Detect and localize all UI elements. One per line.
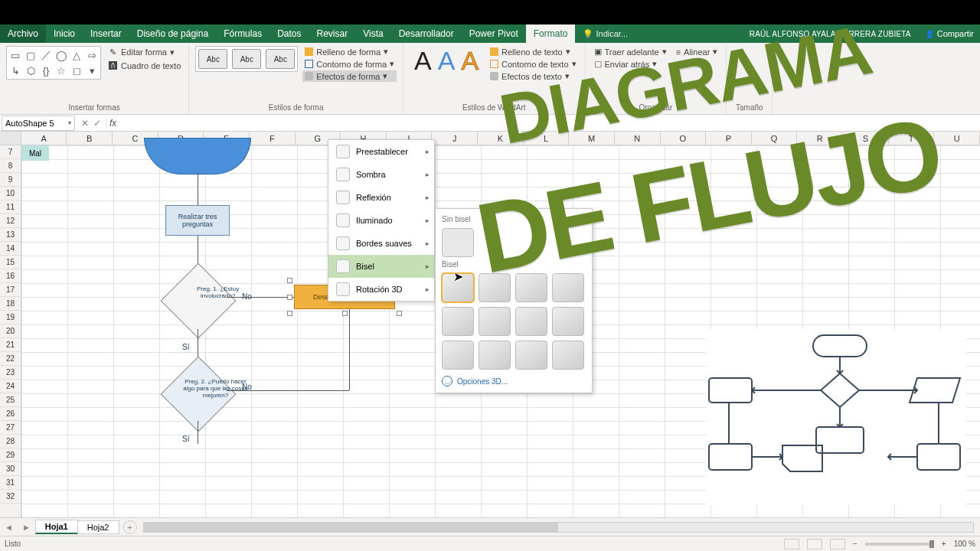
resize-handle[interactable] (342, 311, 348, 316)
wordart-sample-1[interactable]: A (414, 46, 432, 76)
enter-formula-icon[interactable]: ✓ (93, 118, 101, 129)
resize-handle[interactable] (397, 311, 402, 316)
row-header[interactable]: 23 (0, 366, 21, 380)
shape-rect-icon[interactable]: ▭ (8, 48, 22, 62)
row-header[interactable]: 19 (0, 311, 21, 324)
effects-bevel[interactable]: Bisel▸ (328, 255, 434, 278)
tab-datos[interactable]: Datos (270, 24, 309, 43)
flow-decision-2[interactable]: Preg. 2. ¿Puedo hacer algo para que las … (172, 367, 225, 421)
tab-vista[interactable]: Vista (355, 24, 390, 43)
tab-powerpivot[interactable]: Power Pivot (462, 24, 526, 43)
tab-formulas[interactable]: Fórmulas (216, 24, 270, 43)
select-all-corner[interactable] (0, 132, 21, 145)
row-header[interactable]: 16 (0, 269, 21, 283)
tab-file[interactable]: Archivo (0, 24, 46, 43)
row-header[interactable]: 15 (0, 256, 21, 269)
effects-3d-rotation[interactable]: Rotación 3D▸ (328, 278, 434, 301)
wordart-sample-3[interactable]: A (461, 46, 479, 76)
account-user-name[interactable]: RAÚL ALFONSO AYALA HERRERA ZUBIETA (742, 30, 919, 38)
row-header[interactable]: 17 (0, 283, 21, 297)
row-header[interactable]: 12 (0, 214, 21, 228)
view-page-layout-button[interactable] (807, 539, 822, 549)
row-header[interactable]: 21 (0, 338, 21, 352)
column-header[interactable]: R (797, 132, 843, 145)
row-header[interactable]: 22 (0, 352, 21, 366)
row-header[interactable]: 14 (0, 242, 21, 256)
column-header[interactable]: T (889, 132, 935, 145)
row-header[interactable]: 18 (0, 297, 21, 311)
flow-decision-1[interactable]: Preg. 1. ¿Estoy involucrado? (172, 274, 225, 328)
column-header[interactable]: A (21, 132, 67, 145)
shape-rounded-icon[interactable]: ▢ (24, 48, 38, 62)
row-header[interactable]: 11 (0, 201, 21, 214)
effects-reflection[interactable]: Reflexión▸ (328, 186, 434, 209)
row-header[interactable]: 30 (0, 462, 21, 476)
bevel-option[interactable] (515, 307, 547, 336)
name-box[interactable]: AutoShape 5▾ (2, 116, 75, 131)
bevel-option[interactable] (479, 307, 511, 336)
shape-callout-icon[interactable]: ◻ (70, 64, 83, 77)
horizontal-scrollbar[interactable] (143, 522, 975, 533)
column-header[interactable]: L (524, 132, 570, 145)
bevel-option[interactable] (515, 341, 547, 370)
wordart-sample-2[interactable]: A (438, 46, 456, 76)
shape-effects-button[interactable]: Efectos de forma ▾ (302, 70, 397, 82)
column-header[interactable]: O (661, 132, 707, 145)
shape-fill-button[interactable]: Relleno de forma ▾ (302, 46, 397, 57)
bevel-option[interactable] (442, 341, 474, 370)
new-sheet-button[interactable]: + (123, 520, 137, 534)
flow-terminator[interactable] (144, 138, 251, 174)
column-header[interactable]: Q (752, 132, 798, 145)
row-header[interactable]: 29 (0, 448, 21, 462)
bevel-option[interactable] (479, 273, 511, 302)
sheet-nav-prev[interactable]: ◄ (0, 523, 18, 532)
flow-process-1[interactable]: Realizar tres preguntas (165, 205, 230, 236)
sheet-nav-next[interactable]: ► (18, 523, 35, 532)
row-header[interactable]: 20 (0, 324, 21, 338)
row-header[interactable]: 7 (0, 145, 21, 159)
style-sample-1[interactable]: Abc (198, 49, 227, 69)
row-header[interactable]: 32 (0, 490, 21, 504)
resize-handle[interactable] (287, 311, 292, 316)
shape-star-icon[interactable]: ☆ (54, 64, 68, 77)
text-box-button[interactable]: 🅰Cuadro de texto (106, 60, 182, 72)
shape-arrow-icon[interactable]: ⇨ (85, 48, 99, 62)
tab-revisar[interactable]: Revisar (309, 24, 356, 43)
shape-hex-icon[interactable]: ⬡ (24, 64, 38, 77)
row-header[interactable]: 8 (0, 159, 21, 173)
row-header[interactable]: 28 (0, 435, 21, 448)
fx-icon[interactable]: fx (106, 118, 119, 129)
edit-shape-button[interactable]: ✎Editar forma ▾ (106, 46, 182, 58)
shape-triangle-icon[interactable]: △ (70, 48, 83, 62)
bevel-option[interactable] (479, 341, 511, 370)
bevel-3d-options[interactable]: ◡Opciones 3D... (440, 371, 587, 388)
row-header[interactable]: 27 (0, 421, 21, 435)
bevel-option[interactable] (552, 273, 584, 302)
text-fill-button[interactable]: Relleno de texto ▾ (488, 46, 578, 57)
zoom-in-button[interactable]: + (942, 540, 946, 548)
tab-desarrollador[interactable]: Desarrollador (391, 24, 462, 43)
send-backward-button[interactable]: ▢Enviar atrás ▾ (592, 58, 669, 70)
bevel-option[interactable] (552, 307, 584, 336)
column-header[interactable]: M (569, 132, 615, 145)
view-normal-button[interactable] (784, 539, 799, 549)
bevel-option[interactable] (442, 307, 474, 336)
column-header[interactable]: J (432, 132, 478, 145)
zoom-level[interactable]: 100 % (954, 540, 975, 548)
shape-more-icon[interactable]: ▾ (85, 64, 99, 77)
tab-insertar[interactable]: Insertar (83, 24, 129, 43)
shape-brace-icon[interactable]: {} (39, 64, 53, 77)
text-outline-button[interactable]: Contorno de texto ▾ (488, 58, 578, 70)
row-header[interactable]: 13 (0, 228, 21, 242)
row-header[interactable]: 24 (0, 380, 21, 393)
share-button[interactable]: Compartir (919, 29, 980, 38)
effects-glow[interactable]: Iluminado▸ (328, 209, 434, 232)
row-header[interactable]: 26 (0, 407, 21, 421)
column-header[interactable]: P (706, 132, 752, 145)
sheet-tab-hoja2[interactable]: Hoja2 (77, 520, 119, 534)
column-header[interactable]: B (67, 132, 113, 145)
column-header[interactable]: K (478, 132, 524, 145)
column-header[interactable]: F (250, 132, 296, 145)
bevel-option[interactable] (515, 273, 547, 302)
style-sample-3[interactable]: Abc (266, 49, 295, 69)
